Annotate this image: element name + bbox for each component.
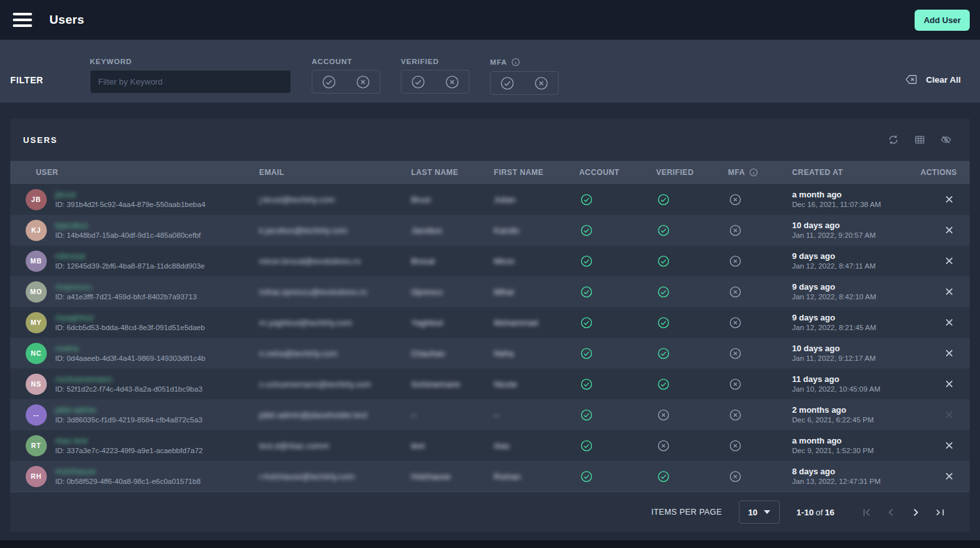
keyword-search-input[interactable] (90, 70, 291, 94)
username[interactable]: rbac-test (55, 436, 203, 445)
delete-user-button close-icon[interactable] (944, 256, 954, 266)
check-circle-icon (657, 194, 670, 206)
username[interactable]: mbrocal (55, 251, 205, 261)
created-absolute: Jan 12, 2022, 8:47:11 AM (792, 262, 920, 271)
table-row: -- pbkt-admin ID: 3d86035c-f1d9-4219-858… (10, 399, 970, 430)
check-circle-icon (657, 224, 670, 237)
first-name: Miron (494, 256, 579, 266)
created-relative: 2 months ago (792, 405, 920, 415)
verified-yes-toggle check-circle-icon[interactable] (411, 75, 425, 89)
check-circle-icon (657, 255, 670, 267)
verified-status (656, 409, 728, 421)
x-circle-icon (729, 224, 741, 237)
verified-status (656, 440, 728, 452)
username[interactable]: pbkt-admin (55, 405, 203, 415)
info-icon[interactable] (511, 58, 520, 67)
check-circle-icon (580, 224, 593, 237)
email: n.neha@techtrly.com (259, 349, 411, 358)
previous-page-button[interactable] (886, 507, 897, 518)
verified-status (656, 286, 728, 298)
delete-user-button close-icon[interactable] (944, 379, 954, 389)
mfa-status (728, 317, 792, 329)
delete-user-button close-icon[interactable] (944, 317, 954, 328)
account-filter-group: ACCOUNT (312, 40, 380, 103)
items-per-page-select[interactable]: 10 (739, 501, 780, 524)
col-verified: VERIFIED (656, 168, 728, 177)
clear-all-button[interactable]: Clear All (905, 73, 961, 86)
delete-user-button close-icon[interactable] (944, 410, 954, 420)
first-page-button[interactable] (861, 507, 872, 518)
verified-status (656, 470, 728, 483)
delete-user-button close-icon[interactable] (944, 225, 954, 235)
first-name: Nicole (494, 379, 579, 389)
username[interactable]: nschuenemann (55, 374, 203, 384)
email: pbkt-admin@placeholder.test (259, 410, 411, 420)
check-circle-icon (580, 317, 593, 329)
info-icon[interactable] (749, 168, 758, 177)
delete-user-button close-icon[interactable] (944, 286, 954, 297)
created-absolute: Jan 12, 2022, 8:42:10 AM (792, 292, 920, 302)
page-range: 1-10of16 (797, 508, 834, 517)
keyword-filter-group: KEYWORD (90, 40, 291, 103)
username[interactable]: jbrust (55, 190, 205, 199)
table-row: NC nneha ID: 0d4aaeeb-4d3f-4a41-9869-149… (10, 338, 970, 369)
created-absolute: Jan 10, 2022, 10:45:09 AM (792, 385, 920, 394)
account-status (579, 194, 656, 206)
mfa-yes-toggle check-circle-icon[interactable] (500, 76, 514, 90)
x-circle-icon (657, 409, 670, 421)
first-name: -- (494, 410, 579, 420)
avatar: MO (26, 281, 47, 303)
eye-off-icon[interactable] (940, 134, 952, 145)
card-title: USERS (23, 135, 58, 145)
username[interactable]: rholzhause (55, 467, 201, 476)
created-relative: a month ago (792, 190, 920, 200)
last-name: Brust (411, 195, 494, 204)
hamburger-menu-icon[interactable] (13, 13, 32, 27)
account-yes-toggle check-circle-icon[interactable] (322, 75, 336, 89)
verified-status (656, 255, 728, 267)
mfa-status (728, 440, 792, 452)
last-page-button[interactable] (934, 507, 945, 518)
delete-user-button close-icon[interactable] (944, 348, 954, 358)
verified-filter-label: VERIFIED (401, 58, 469, 65)
username[interactable]: moprescu (55, 282, 197, 292)
username[interactable]: kjacobus (55, 220, 201, 230)
user-id: ID: 3d86035c-f1d9-4219-8584-cfb4a872c5a3 (55, 415, 203, 425)
created-relative: 10 days ago (792, 220, 920, 231)
col-first-name: FIRST NAME (494, 168, 579, 177)
add-user-button[interactable]: Add User (915, 10, 970, 31)
mfa-status (728, 286, 792, 298)
created-relative: 10 days ago (792, 344, 920, 354)
verified-no-toggle x-circle-icon[interactable] (445, 75, 459, 89)
email: test.d@rbac.comm (259, 441, 411, 451)
col-last-name: LAST NAME (411, 168, 494, 177)
table-row: JB jbrust ID: 391b4d2f-5c92-4aa4-879e-55… (10, 184, 970, 215)
check-circle-icon (580, 194, 593, 206)
table-columns-icon[interactable] (914, 134, 925, 145)
next-page-button[interactable] (910, 507, 921, 518)
delete-user-button close-icon[interactable] (944, 440, 954, 451)
app-bar: Users Add User (0, 0, 980, 40)
mfa-no-toggle x-circle-icon[interactable] (534, 76, 548, 90)
delete-user-button close-icon[interactable] (944, 194, 954, 204)
username[interactable]: myaghloul (55, 313, 205, 322)
created-relative: 11 days ago (792, 374, 920, 385)
account-no-toggle x-circle-icon[interactable] (356, 75, 370, 89)
username[interactable]: nneha (55, 344, 205, 353)
mfa-status (728, 378, 792, 390)
refresh-icon[interactable] (888, 134, 899, 145)
created-relative: 9 days ago (792, 282, 920, 292)
col-actions: ACTIONS (920, 168, 970, 177)
account-filter-label: ACCOUNT (312, 58, 380, 65)
mfa-filter-toggle (490, 71, 559, 95)
check-circle-icon (580, 440, 593, 452)
avatar: KJ (26, 220, 47, 241)
delete-user-button close-icon[interactable] (944, 471, 954, 481)
mfa-status (728, 409, 792, 421)
account-status (579, 347, 656, 360)
avatar: MY (26, 312, 47, 333)
filter-label: FILTER (10, 75, 90, 85)
verified-status (656, 194, 728, 206)
avatar: NC (26, 343, 47, 364)
keyword-label: KEYWORD (90, 58, 291, 65)
